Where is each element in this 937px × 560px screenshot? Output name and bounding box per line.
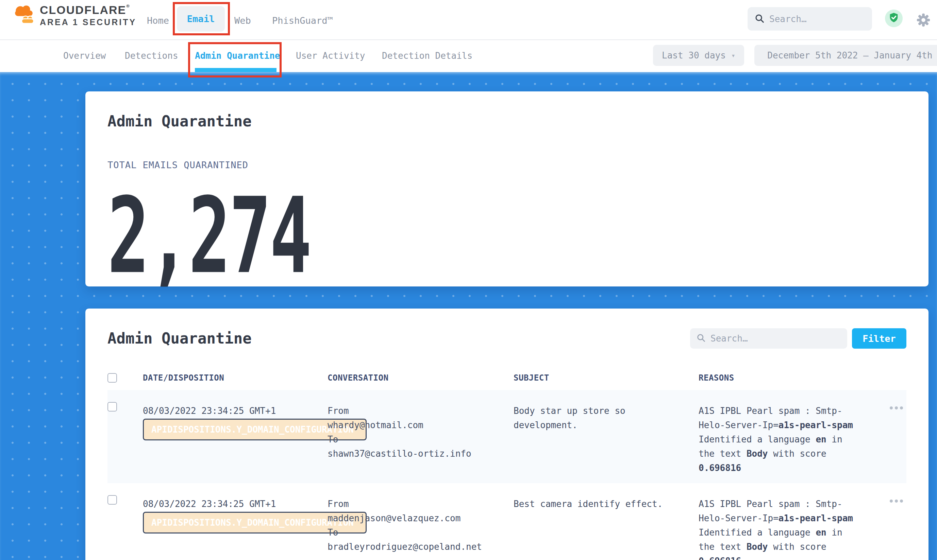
row-checkbox[interactable] bbox=[108, 495, 117, 505]
row-actions-button[interactable] bbox=[890, 404, 906, 409]
from-label: From bbox=[327, 404, 514, 418]
search-icon bbox=[696, 333, 706, 344]
tab-detections[interactable]: Detections bbox=[125, 51, 178, 61]
row-date: 08/03/2022 23:34:25 GMT+1 bbox=[143, 497, 327, 511]
brand-subtitle: AREA 1 SECURITY bbox=[40, 17, 136, 27]
from-address: whardy@hotmail.com bbox=[327, 418, 514, 432]
summary-card: Admin Quarantine TOTAL EMAILS QUARANTINE… bbox=[85, 91, 928, 286]
tab-admin-quarantine[interactable]: Admin Quarantine bbox=[195, 51, 280, 61]
metric-value: 2,274 bbox=[108, 184, 906, 289]
subject-cell: Body star up store so development. bbox=[514, 404, 673, 432]
chevron-down-icon: ▾ bbox=[731, 51, 735, 60]
brand-name: CLOUDFLARE® bbox=[40, 3, 136, 17]
column-conversation: CONVERSATION bbox=[327, 373, 514, 383]
security-status-button[interactable] bbox=[885, 9, 903, 27]
ellipsis-icon bbox=[890, 500, 893, 503]
top-header: CLOUDFLARE® AREA 1 SECURITY Home Email W… bbox=[0, 0, 937, 40]
settings-button[interactable] bbox=[915, 12, 931, 29]
filter-button[interactable]: Filter bbox=[852, 328, 906, 349]
table-header-row: DATE/DISPOSITION CONVERSATION SUBJECT RE… bbox=[108, 373, 906, 390]
subject-cell: Best camera identify effect. bbox=[514, 497, 673, 511]
cloudflare-logo[interactable]: CLOUDFLARE® AREA 1 SECURITY bbox=[12, 3, 136, 27]
table-card-title: Admin Quarantine bbox=[108, 329, 252, 347]
tab-overview[interactable]: Overview bbox=[63, 51, 106, 61]
row-checkbox[interactable] bbox=[108, 402, 117, 411]
ellipsis-icon bbox=[890, 406, 893, 409]
conversation-cell: From maddenjason@velazquez.com To bradle… bbox=[327, 497, 514, 554]
to-label: To bbox=[327, 525, 514, 540]
global-search-input[interactable] bbox=[769, 14, 865, 24]
gear-icon bbox=[915, 23, 931, 29]
table-row: 08/03/2022 23:34:25 GMT+1 From maddenjas… bbox=[108, 483, 906, 560]
nav-item-web[interactable]: Web bbox=[234, 15, 251, 26]
nav-item-phishguard[interactable]: PhishGuard™ bbox=[272, 15, 333, 26]
date-disposition-cell: 08/03/2022 23:34:25 GMT+1 bbox=[143, 497, 327, 511]
tab-detection-details[interactable]: Detection Details bbox=[382, 51, 472, 61]
table-search[interactable] bbox=[690, 328, 847, 349]
table-search-input[interactable] bbox=[710, 333, 841, 343]
row-actions-button[interactable] bbox=[890, 497, 906, 503]
table-row: 08/03/2022 23:34:25 GMT+1 From whardy@ho… bbox=[108, 390, 906, 483]
row-date: 08/03/2022 23:34:25 GMT+1 bbox=[143, 404, 327, 418]
to-address: bradleyrodriguez@copeland.net bbox=[327, 540, 514, 554]
trademark-symbol: ® bbox=[126, 3, 130, 9]
from-address: maddenjason@velazquez.com bbox=[327, 511, 514, 525]
column-reasons: REASONS bbox=[699, 373, 890, 383]
column-subject: SUBJECT bbox=[514, 373, 699, 383]
select-all-checkbox[interactable] bbox=[108, 373, 117, 383]
conversation-cell: From whardy@hotmail.com To shawn37@casti… bbox=[327, 404, 514, 461]
tab-user-activity[interactable]: User Activity bbox=[296, 51, 365, 61]
reasons-cell: A1S IPBL Pearl spam : Smtp-Helo-Server-I… bbox=[699, 497, 872, 560]
column-date-disposition: DATE/DISPOSITION bbox=[143, 373, 327, 383]
cloudflare-cloud-icon bbox=[12, 3, 35, 27]
shield-check-icon bbox=[888, 12, 900, 25]
global-search[interactable] bbox=[747, 7, 872, 31]
reasons-cell: A1S IPBL Pearl spam : Smtp-Helo-Server-I… bbox=[699, 404, 872, 475]
nav-item-home[interactable]: Home bbox=[147, 15, 169, 26]
search-icon bbox=[754, 13, 764, 25]
summary-card-title: Admin Quarantine bbox=[108, 112, 906, 130]
active-tab-underline bbox=[195, 68, 276, 72]
date-disposition-cell: 08/03/2022 23:34:25 GMT+1 bbox=[143, 404, 327, 418]
quarantine-table-card: Admin Quarantine Filter DATE/DISPOSITION… bbox=[85, 309, 928, 560]
to-label: To bbox=[327, 432, 514, 446]
email-section-tabs: Overview Detections Admin Quarantine Use… bbox=[0, 40, 937, 72]
nav-item-email[interactable]: Email bbox=[177, 6, 225, 32]
to-address: shawn37@castillo-ortiz.info bbox=[327, 446, 514, 461]
metric-label: TOTAL EMAILS QUARANTINED bbox=[108, 160, 906, 170]
date-range-preset-dropdown[interactable]: Last 30 days ▾ bbox=[653, 45, 744, 66]
main-content: Admin Quarantine TOTAL EMAILS QUARANTINE… bbox=[0, 72, 937, 560]
from-label: From bbox=[327, 497, 514, 511]
date-range-picker[interactable]: December 5th 2022 — January 4th 2023 bbox=[754, 45, 937, 66]
